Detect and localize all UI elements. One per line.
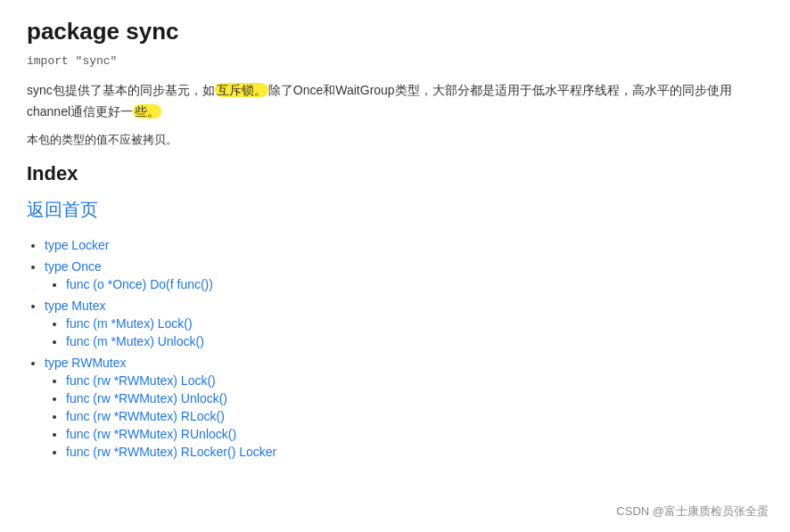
list-item-rwmutex-runlock: func (rw *RWMutex) RUnlock()	[66, 427, 763, 441]
page-title: package sync	[27, 18, 763, 45]
link-type-once[interactable]: type Once	[45, 259, 102, 274]
sub-list-once: func (o *Once) Do(f func())	[45, 277, 763, 291]
link-mutex-lock[interactable]: func (m *Mutex) Lock()	[66, 316, 193, 331]
link-rwmutex-runlock[interactable]: func (rw *RWMutex) RUnlock()	[66, 427, 236, 441]
list-item-mutex-unlock: func (m *Mutex) Unlock()	[66, 334, 763, 348]
description-line2: 本包的类型的值不应被拷贝。	[27, 132, 763, 148]
index-list: type Locker type Once func (o *Once) Do(…	[27, 238, 763, 459]
watermark: CSDN @富士康质检员张全蛋	[616, 503, 769, 520]
highlight-some: 些。	[133, 104, 161, 119]
link-once-do[interactable]: func (o *Once) Do(f func())	[66, 277, 213, 291]
highlight-mutex: 互斥锁。	[215, 83, 268, 97]
sub-list-rwmutex: func (rw *RWMutex) Lock() func (rw *RWMu…	[45, 373, 763, 459]
import-line: import "sync"	[27, 54, 763, 68]
link-rwmutex-rlocker[interactable]: func (rw *RWMutex) RLocker() Locker	[66, 445, 276, 459]
link-rwmutex-rlock[interactable]: func (rw *RWMutex) RLock()	[66, 409, 225, 423]
list-item-rwmutex: type RWMutex func (rw *RWMutex) Lock() f…	[45, 356, 763, 459]
sub-list-mutex: func (m *Mutex) Lock() func (m *Mutex) U…	[45, 316, 763, 348]
index-title: Index	[27, 162, 763, 185]
list-item-mutex: type Mutex func (m *Mutex) Lock() func (…	[45, 299, 763, 348]
link-rwmutex-lock[interactable]: func (rw *RWMutex) Lock()	[66, 373, 216, 388]
link-type-locker[interactable]: type Locker	[45, 238, 109, 252]
list-item-rwmutex-unlock: func (rw *RWMutex) Unlock()	[66, 391, 763, 405]
list-item-rwmutex-rlock: func (rw *RWMutex) RLock()	[66, 409, 763, 423]
list-item-once-do: func (o *Once) Do(f func())	[66, 277, 763, 291]
list-item-rwmutex-lock: func (rw *RWMutex) Lock()	[66, 373, 763, 388]
link-mutex-unlock[interactable]: func (m *Mutex) Unlock()	[66, 334, 204, 348]
link-type-mutex[interactable]: type Mutex	[45, 299, 105, 313]
home-link[interactable]: 返回首页	[27, 198, 763, 222]
list-item-rwmutex-rlocker: func (rw *RWMutex) RLocker() Locker	[66, 445, 763, 459]
description-line1: sync包提供了基本的同步基元，如互斥锁。除了Once和WaitGroup类型，…	[27, 80, 763, 123]
list-item-once: type Once func (o *Once) Do(f func())	[45, 259, 763, 291]
link-type-rwmutex[interactable]: type RWMutex	[45, 356, 127, 370]
link-rwmutex-unlock[interactable]: func (rw *RWMutex) Unlock()	[66, 391, 227, 405]
list-item-locker: type Locker	[45, 238, 763, 252]
list-item-mutex-lock: func (m *Mutex) Lock()	[66, 316, 763, 331]
